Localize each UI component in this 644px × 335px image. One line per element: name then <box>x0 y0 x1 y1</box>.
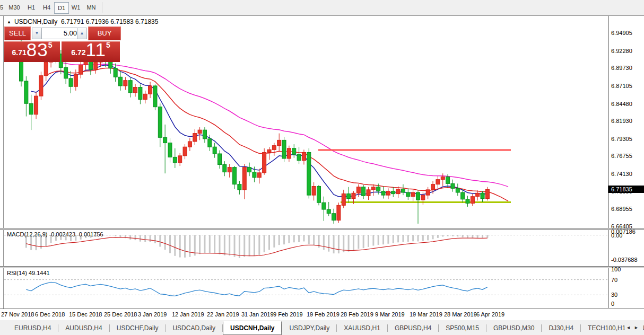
macd-histogram-bar <box>154 235 156 243</box>
chart-tab-eurusd[interactable]: EURUSD,H4 <box>7 322 58 334</box>
macd-histogram-bar <box>249 235 250 257</box>
rsi-bottom-border <box>0 308 644 308</box>
chart-tab-dj30[interactable]: DJ30,H4 <box>542 322 580 334</box>
candle-body <box>158 107 162 138</box>
macd-histogram-bar <box>174 235 176 256</box>
macd-label: MACD(12,26,9) -0.002423 -0.001756 <box>7 231 103 237</box>
timeframe-button-h1[interactable]: H1 <box>23 2 39 13</box>
chart-tab-usdchf[interactable]: USDCHF,Daily <box>110 322 166 334</box>
date-axis-label: 19 Mar 2019 <box>410 311 442 318</box>
buy-price-prefix: 6.72 <box>71 48 85 57</box>
buy-quote-box[interactable]: 6.72115 <box>62 41 120 62</box>
candle-body <box>327 209 330 214</box>
chart-tab-audusd[interactable]: AUDUSD,H4 <box>58 322 109 334</box>
candle-body <box>257 173 261 178</box>
candle-body <box>481 193 484 198</box>
timeframe-button-h4[interactable]: H4 <box>39 2 54 13</box>
candle-body <box>218 154 222 164</box>
chart-tab-xauusd[interactable]: XAUUSD,H1 <box>337 322 387 334</box>
candle-body <box>381 191 385 195</box>
chart-collapse-icon[interactable]: ▲ <box>7 20 11 24</box>
chart-tab-gbpusd[interactable]: GBPUSD,H4 <box>388 322 438 334</box>
scroll-left-icon[interactable]: ◄ <box>626 325 634 330</box>
candle-body <box>128 81 132 93</box>
date-axis-label: 31 Jan 2019 <box>241 311 274 318</box>
macd-histogram-bar <box>457 235 458 237</box>
scroll-right-icon[interactable]: ► <box>634 325 642 330</box>
candle-body <box>352 193 355 198</box>
date-axis: 27 Nov 20186 Dec 201815 Dec 201825 Dec 2… <box>0 309 644 320</box>
chart-tab-bar: EURUSD,H4AUDUSD,H4USDCHF,DailyUSDCAD,Dai… <box>0 321 644 335</box>
candle-body <box>178 156 182 163</box>
price-axis-label: 6.81930 <box>611 118 632 124</box>
macd-histogram-bar <box>288 235 290 243</box>
candle-body <box>153 86 157 107</box>
price-axis-label: 6.89730 <box>611 65 632 71</box>
timeframe-button-5[interactable]: 5 <box>0 2 5 13</box>
rsi-axis-label: 30 <box>611 292 617 298</box>
candle-body <box>69 78 73 86</box>
macd-histogram-bar <box>159 235 161 247</box>
tab-scroll-buttons[interactable]: ◄► <box>625 322 643 333</box>
volume-input[interactable]: 5.00 <box>41 28 80 39</box>
macd-axis-label: 0.00 <box>611 232 622 239</box>
macd-histogram-bar <box>110 235 111 236</box>
macd-histogram-bar <box>368 235 369 247</box>
buy-button[interactable]: BUY <box>88 27 121 40</box>
macd-histogram-bar <box>135 235 136 241</box>
macd-histogram-bar <box>447 235 449 236</box>
rsi-panel-canvas[interactable] <box>4 268 608 307</box>
date-axis-label: 6 Apr 2019 <box>476 311 504 318</box>
candle-body <box>312 187 316 196</box>
macd-histogram-bar <box>254 235 255 256</box>
timeframe-button-w1[interactable]: W1 <box>68 2 84 13</box>
price-axis-label: 6.76755 <box>611 153 632 159</box>
macd-histogram-bar <box>333 235 335 254</box>
date-axis-label: 6 Dec 2018 <box>35 311 65 318</box>
timeframe-button-d1[interactable]: D1 <box>54 2 69 14</box>
chart-tab-gbpusd[interactable]: GBPUSD,M30 <box>486 322 541 334</box>
chart-tab-sp500[interactable]: SP500,M15 <box>439 322 486 334</box>
candle-body <box>446 177 450 184</box>
price-axis-label: 6.87105 <box>611 83 632 89</box>
candle-body <box>134 87 137 93</box>
macd-histogram-bar <box>486 235 488 238</box>
macd-histogram-bar <box>477 235 478 239</box>
timeframe-button-m30[interactable]: M30 <box>5 2 23 13</box>
rsi-line <box>26 282 488 296</box>
macd-histogram-bar <box>194 235 196 256</box>
volume-increase-button[interactable]: ▲ <box>77 28 87 39</box>
chart-tab-usdcnh[interactable]: USDCNH,Daily <box>223 321 282 335</box>
macd-histogram-bar <box>214 235 215 254</box>
chart-tab-usdjpy[interactable]: USDJPY,Daily <box>282 322 336 334</box>
macd-histogram-bar <box>348 235 350 252</box>
candle-body <box>233 168 237 184</box>
candle-body <box>471 197 474 204</box>
candle-body <box>282 140 286 158</box>
macd-histogram-bar <box>397 235 399 243</box>
candle-body <box>29 103 33 114</box>
candle-body <box>213 147 216 154</box>
timeframe-button-mn[interactable]: MN <box>84 2 99 13</box>
macd-histogram-bar <box>224 235 225 255</box>
chart-symbol-label: USDCNH,Daily <box>14 18 57 25</box>
candle-body <box>168 143 172 157</box>
sell-quote-box[interactable]: 6.71835 <box>4 41 60 62</box>
macd-histogram-bar <box>189 235 190 257</box>
volume-decrease-button[interactable]: ▼ <box>32 28 42 39</box>
candle-body <box>421 195 425 200</box>
candle-body <box>79 65 83 74</box>
date-axis-label: 9 Mar 2019 <box>375 311 405 318</box>
date-axis-label: 9 Feb 2019 <box>273 311 303 318</box>
candle-body <box>461 192 465 199</box>
candle-body <box>322 202 326 209</box>
price-axis-line <box>608 16 608 308</box>
macd-histogram-bar <box>437 235 439 238</box>
macd-histogram-bar <box>150 235 151 242</box>
sell-button[interactable]: SELL <box>4 27 31 40</box>
macd-histogram-bar <box>199 235 201 254</box>
rsi-axis-label: 100 <box>611 266 621 272</box>
candle-body <box>362 187 365 196</box>
candle-body <box>377 187 380 191</box>
chart-tab-usdcad[interactable]: USDCAD,Daily <box>166 322 222 334</box>
